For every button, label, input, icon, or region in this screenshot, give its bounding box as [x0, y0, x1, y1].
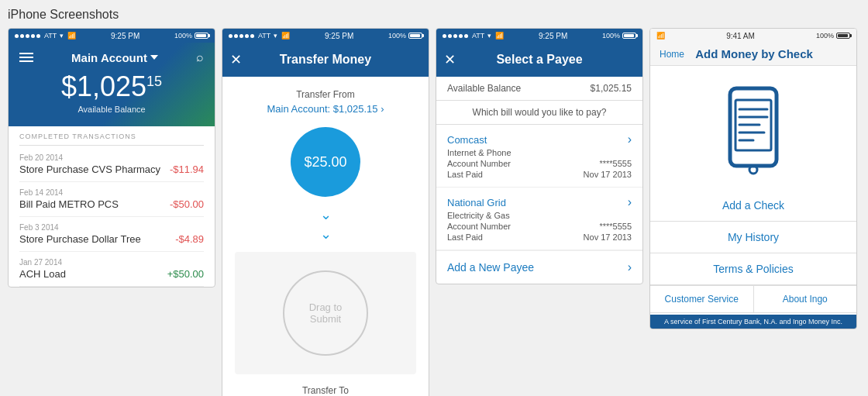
battery-label-2: 100%	[388, 32, 406, 40]
account-value-comcast: ****5555	[599, 159, 632, 168]
arrows-down: ⌄ ⌄	[235, 206, 416, 243]
nav-title: Add Money by Check	[695, 47, 813, 60]
payee-name-nationalgrid: National Grid	[447, 197, 506, 208]
customer-service-button[interactable]: Customer Service	[650, 286, 754, 312]
balance-value-3: $1,025.15	[591, 83, 632, 94]
s3-close-icon[interactable]: ✕	[444, 51, 456, 68]
payee-type-comcast: Internet & Phone	[447, 148, 512, 157]
battery-2	[408, 33, 422, 39]
transaction-row-2: Feb 3 2014 Store Purchase Dollar Tree -$…	[19, 217, 204, 252]
transfer-from-label: Transfer From	[235, 89, 416, 100]
balance-display: $1,02515 Available Balance	[19, 71, 204, 114]
status-bar-1: ATT ▾ 📶 9:25 PM 100%	[9, 29, 215, 43]
last-paid-value-nationalgrid: Nov 17 2013	[584, 232, 632, 242]
balance-cents: 15	[146, 74, 162, 89]
svg-point-7	[749, 166, 757, 174]
s4-nav: Home Add Money by Check	[650, 43, 856, 66]
carrier-2: ATT	[258, 32, 270, 40]
screen4-phone: 📶 9:41 AM 100% Home Add Money by Check	[649, 28, 857, 329]
s4-buttons: Add a Check My History Terms & Policies	[650, 190, 856, 285]
drag-text-2: Submit	[310, 313, 341, 325]
page-title: iPhone Screenshots	[8, 8, 860, 22]
terms-policies-button[interactable]: Terms & Policies	[650, 253, 856, 285]
about-ingo-button[interactable]: About Ingo	[754, 286, 857, 312]
carrier-3: ATT	[472, 32, 484, 40]
payee-row-comcast[interactable]: Comcast › Internet & Phone Account Numbe…	[436, 125, 642, 188]
transaction-row-1: Feb 14 2014 Bill Paid METRO PCS -$50.00	[19, 182, 204, 217]
status-bar-2: ATT ▾ 📶 9:25 PM 100%	[222, 29, 429, 43]
battery-4	[836, 33, 850, 39]
close-icon[interactable]: ✕	[230, 51, 242, 68]
status-bar-4: 📶 9:41 AM 100%	[650, 29, 856, 43]
last-paid-value-comcast: Nov 17 2013	[584, 170, 632, 179]
chevron-down-icon	[150, 55, 158, 60]
s1-header: Main Account ⌕ $1,02515 Available Balanc…	[9, 43, 215, 126]
time-3: 9:25 PM	[539, 32, 567, 40]
battery-3	[622, 33, 636, 39]
screen1-phone: ATT ▾ 📶 9:25 PM 100% Main Account	[8, 28, 215, 288]
my-history-button[interactable]: My History	[650, 222, 856, 253]
add-payee-label: Add a New Payee	[447, 261, 534, 274]
battery-label-1: 100%	[174, 32, 192, 40]
s3-header: ✕ Select a Payee	[436, 43, 642, 77]
carrier-1: ATT	[44, 32, 57, 40]
screen2-phone: ATT ▾ 📶 9:25 PM 100% ✕ Transfer Money Tr…	[222, 28, 429, 396]
transaction-row-0: Feb 20 2014 Store Purchase CVS Pharmacy …	[19, 147, 204, 182]
balance-label-3: Available Balance	[447, 83, 521, 94]
add-check-button[interactable]: Add a Check	[650, 190, 856, 222]
payee-row-nationalgrid[interactable]: National Grid › Electricity & Gas Accoun…	[436, 188, 642, 250]
chevron-right-icon-1: ›	[628, 133, 632, 146]
balance-label: Available Balance	[19, 105, 204, 114]
nav-home-link[interactable]: Home	[660, 49, 684, 60]
search-icon[interactable]: ⌕	[196, 50, 204, 64]
balance-amount: $1,02515	[19, 71, 204, 103]
drag-submit-circle[interactable]: Drag to Submit	[283, 270, 368, 356]
transaction-row-3: Jan 27 2014 ACH Load +$50.00	[19, 252, 204, 287]
account-label-comcast: Account Number	[447, 159, 511, 168]
chevron-right-icon-2: ›	[628, 195, 632, 209]
add-payee-button[interactable]: Add a New Payee ›	[436, 250, 642, 284]
time-2: 9:25 PM	[325, 32, 353, 40]
amount-circle-container: $25.00	[235, 127, 416, 197]
chevron-right-icon-3: ›	[628, 260, 632, 274]
account-label-nationalgrid: Account Number	[447, 222, 511, 231]
transfer-to-label: Transfer To	[235, 385, 416, 396]
section-label: COMPLETED TRANSACTIONS	[19, 126, 204, 146]
s3-title: Select a Payee	[496, 53, 582, 67]
transfer-from-link[interactable]: Main Account: $1,025.15 ›	[235, 103, 416, 115]
service-bar: A service of First Century Bank, N.A. an…	[650, 315, 856, 329]
account-value-nationalgrid: ****5555	[599, 222, 632, 231]
transactions-section: COMPLETED TRANSACTIONS Feb 20 2014 Store…	[9, 126, 215, 287]
check-icon-container	[650, 66, 856, 190]
mobile-check-icon	[715, 84, 792, 177]
chevron-down-icon-1: ⌄	[320, 206, 332, 223]
amount-circle: $25.00	[291, 127, 360, 197]
payee-type-nationalgrid: Electricity & Gas	[447, 211, 510, 220]
status-bar-3: ATT ▾ 📶 9:25 PM 100%	[436, 29, 642, 43]
menu-icon[interactable]	[19, 53, 33, 62]
drag-container: Drag to Submit	[235, 252, 416, 374]
time-4: 9:41 AM	[726, 32, 755, 40]
s2-title: Transfer Money	[280, 53, 371, 67]
last-paid-label-comcast: Last Paid	[447, 170, 483, 179]
chevron-down-icon-2: ⌄	[320, 226, 332, 243]
balance-row: Available Balance $1,025.15	[436, 77, 642, 101]
time-1: 9:25 PM	[111, 32, 140, 40]
screen3-phone: ATT ▾ 📶 9:25 PM 100% ✕ Select a Payee Av…	[436, 28, 643, 284]
s2-body: Transfer From Main Account: $1,025.15 › …	[222, 77, 429, 396]
signal-dots: ATT ▾ 📶	[15, 32, 76, 40]
last-paid-label-nationalgrid: Last Paid	[447, 232, 483, 242]
battery-1	[195, 33, 208, 39]
footer-row: Customer Service About Ingo	[650, 285, 856, 313]
screenshots-container: ATT ▾ 📶 9:25 PM 100% Main Account	[8, 28, 860, 396]
s2-header: ✕ Transfer Money	[222, 43, 429, 77]
account-name[interactable]: Main Account	[71, 51, 158, 64]
drag-text: Drag to	[309, 301, 343, 313]
payee-name-comcast: Comcast	[447, 134, 487, 146]
question-text: Which bill would you like to pay?	[436, 101, 642, 125]
